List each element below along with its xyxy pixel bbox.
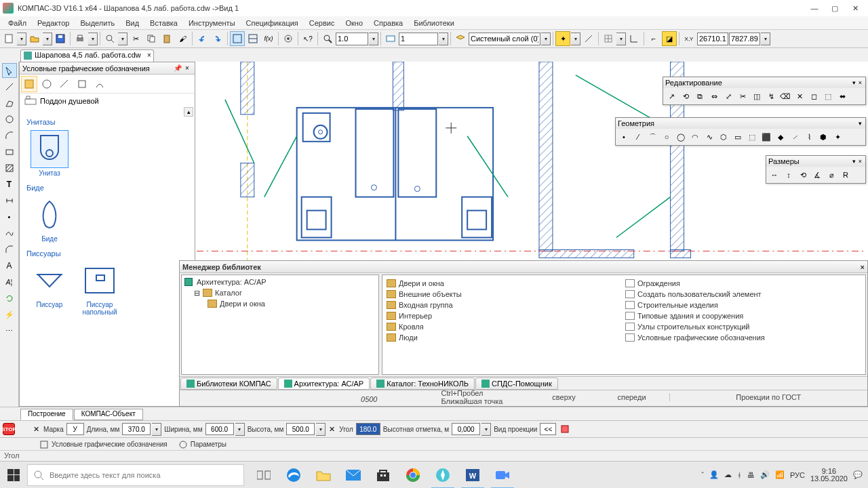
- mail-icon[interactable]: [339, 462, 368, 489]
- scale-dropdown[interactable]: [369, 33, 378, 45]
- snap1-icon[interactable]: ⌐: [646, 31, 661, 46]
- edit-tool-11-icon[interactable]: ◻: [807, 89, 821, 103]
- mode2-icon[interactable]: [245, 31, 260, 46]
- geom-7-icon[interactable]: ∿: [703, 130, 716, 144]
- geom-15-icon[interactable]: ⬢: [816, 130, 830, 144]
- prop-x2-icon[interactable]: ✕: [327, 422, 336, 436]
- lt-textAi-icon[interactable]: A¦: [2, 274, 17, 289]
- marka-input[interactable]: [66, 423, 84, 435]
- close-button[interactable]: ✕: [845, 0, 865, 16]
- list-item[interactable]: Строительные изделия: [624, 300, 863, 310]
- print-dropdown[interactable]: [88, 33, 98, 45]
- tray-people-icon[interactable]: 👤: [709, 470, 719, 479]
- fx-icon[interactable]: f(x): [261, 31, 276, 46]
- page-input[interactable]: [399, 33, 438, 45]
- lt-chamfer-icon[interactable]: [2, 242, 17, 257]
- menu-help[interactable]: Справка: [368, 18, 408, 28]
- help-cursor-icon[interactable]: ↖?: [300, 31, 315, 46]
- edge-icon[interactable]: [279, 462, 308, 489]
- menu-service[interactable]: Сервис: [304, 18, 340, 28]
- proptab-1[interactable]: Построение: [20, 409, 73, 420]
- layer-input[interactable]: [469, 33, 540, 45]
- ugol-input[interactable]: [356, 423, 380, 435]
- otm-dd[interactable]: [481, 423, 491, 436]
- proptab-2[interactable]: КОМПАС-Объект: [74, 409, 143, 420]
- lt-arc-icon[interactable]: [2, 128, 17, 143]
- dlina-input[interactable]: [122, 423, 151, 435]
- coord-x-input[interactable]: [697, 33, 728, 45]
- doc-tab-1[interactable]: Шарапова 4,5 лаб. работа.cdw ×: [20, 49, 154, 62]
- tray-net-icon[interactable]: 📶: [775, 470, 785, 479]
- edit-tool-2-icon[interactable]: ⟲: [679, 89, 692, 103]
- chip2-label[interactable]: Параметры: [191, 441, 226, 448]
- list-item[interactable]: Входная группа: [385, 300, 624, 310]
- ft-close-icon[interactable]: ×: [857, 158, 863, 165]
- store-icon[interactable]: [369, 462, 397, 489]
- list-item[interactable]: Типовые здания и сооружения: [624, 310, 863, 321]
- menu-libs[interactable]: Библиотеки: [408, 18, 460, 28]
- panel-scroll-up-icon[interactable]: ▴: [184, 107, 193, 117]
- menu-file[interactable]: Файл: [3, 18, 32, 28]
- geom-9-icon[interactable]: ▭: [731, 130, 745, 144]
- lt-spline-icon[interactable]: [2, 226, 17, 241]
- shirina-dd[interactable]: [235, 423, 245, 436]
- tray-up-icon[interactable]: ˆ: [701, 471, 704, 479]
- grid-icon[interactable]: [601, 31, 616, 46]
- save-icon[interactable]: [53, 31, 68, 46]
- pin-icon[interactable]: 📌: [173, 64, 182, 72]
- libtool-3-icon[interactable]: [56, 76, 73, 92]
- geom-1-icon[interactable]: •: [617, 130, 631, 144]
- libmgr-tree[interactable]: Архитектура: АС/АР ⊟Каталог Двери и окна: [181, 274, 379, 375]
- menu-insert[interactable]: Вставка: [144, 18, 183, 28]
- vysota-dd[interactable]: [316, 423, 326, 436]
- chrome-icon[interactable]: [399, 462, 427, 489]
- tray-cloud-icon[interactable]: ☁: [724, 470, 732, 479]
- edit-tool-12-icon[interactable]: ⬚: [821, 89, 835, 103]
- list-item[interactable]: Условные графические обозначения: [624, 332, 863, 343]
- lt-refresh-icon[interactable]: [2, 291, 17, 306]
- geom-10-icon[interactable]: ⬚: [745, 130, 759, 144]
- explorer-icon[interactable]: [309, 462, 338, 489]
- cut-icon[interactable]: ✂: [128, 31, 143, 46]
- geom-5-icon[interactable]: ◯: [674, 130, 688, 144]
- menu-select[interactable]: Выделить: [75, 18, 120, 28]
- list-item[interactable]: Создать пользовательский элемент: [624, 289, 863, 300]
- dim-5-icon[interactable]: ⌀: [825, 168, 838, 182]
- geom-4-icon[interactable]: ○: [660, 130, 673, 144]
- libmgr-tab-4[interactable]: СПДС-Помощник: [475, 378, 558, 390]
- coord-dropdown[interactable]: [761, 33, 770, 45]
- tray-clock[interactable]: 9:16 13.05.2020: [810, 468, 848, 483]
- geom-2-icon[interactable]: ∕: [631, 130, 645, 144]
- chip1-label[interactable]: Условные графические обозначения: [52, 441, 167, 448]
- item-pissuar1[interactable]: Писсуар: [31, 262, 68, 316]
- edit-tool-10-icon[interactable]: ✕: [793, 89, 806, 103]
- geom-6-icon[interactable]: ◠: [688, 130, 702, 144]
- new-dropdown[interactable]: [17, 33, 26, 45]
- list-item[interactable]: Интерьер: [385, 310, 624, 321]
- menu-spec[interactable]: Спецификация: [241, 18, 304, 28]
- tray-printer-icon[interactable]: 🖶: [747, 471, 755, 479]
- lt-hatch-icon[interactable]: [2, 161, 17, 176]
- edit-tool-3-icon[interactable]: ⧉: [693, 89, 707, 103]
- libtool-2-icon[interactable]: [39, 76, 55, 92]
- word-icon[interactable]: W: [458, 462, 487, 489]
- item-pissuar2[interactable]: Писсуар напольный: [78, 262, 121, 316]
- coord-icon[interactable]: X,Y: [682, 31, 696, 46]
- copy-icon[interactable]: [144, 31, 159, 46]
- dim-1-icon[interactable]: ↔: [768, 168, 781, 182]
- list-item[interactable]: Двери и окна: [385, 278, 624, 289]
- geom-14-icon[interactable]: ⌇: [802, 130, 816, 144]
- highlight-dropdown[interactable]: [571, 33, 580, 45]
- otm-input[interactable]: [452, 423, 480, 435]
- vid-button[interactable]: <<: [540, 423, 556, 435]
- lt-textA-icon[interactable]: A: [2, 258, 17, 273]
- lt-bolt-icon[interactable]: ⚡: [2, 307, 17, 322]
- menu-window[interactable]: Окно: [340, 18, 368, 28]
- geom-11-icon[interactable]: ⬛: [760, 130, 773, 144]
- menu-edit[interactable]: Редактор: [32, 18, 75, 28]
- dim-2-icon[interactable]: ↕: [782, 168, 795, 182]
- libtool-1-icon[interactable]: [21, 76, 37, 92]
- new-icon[interactable]: [1, 31, 16, 46]
- tray-vol-icon[interactable]: 🔊: [760, 470, 770, 479]
- lt-text-icon[interactable]: T: [2, 177, 17, 192]
